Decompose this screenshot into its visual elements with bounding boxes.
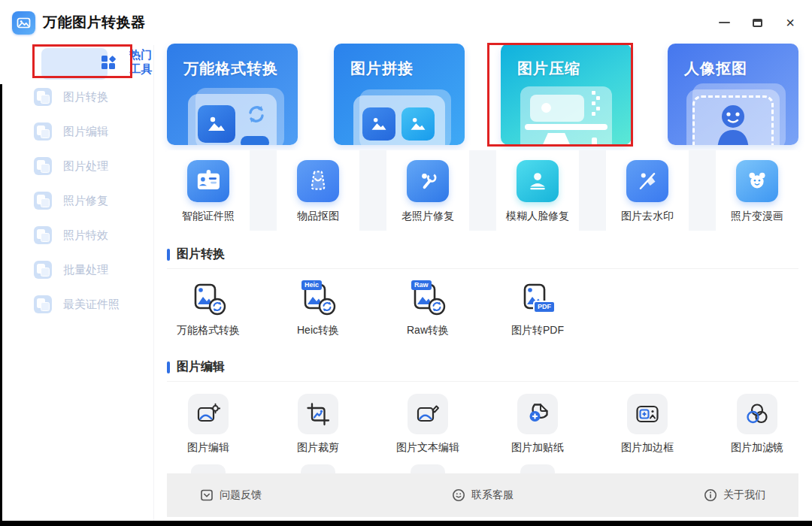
blurred-person-icon	[517, 160, 559, 202]
id-photo-icon	[34, 295, 52, 313]
format-convert-icon	[190, 281, 226, 317]
tool-label: 图片转PDF	[511, 324, 564, 337]
tool-universal-format-convert[interactable]: 万能格式转换	[167, 269, 250, 343]
about-us-button[interactable]: 关于我们	[704, 488, 765, 502]
image-convert-icon	[34, 88, 52, 106]
tool-object-cutout[interactable]: 物品抠图	[277, 150, 359, 231]
batch-process-icon	[34, 261, 52, 279]
tool-label: 图片编辑	[187, 441, 229, 455]
hot-tools-icon	[100, 53, 118, 71]
tool-label: 万能格式转换	[177, 324, 240, 337]
tool-label: 图片加滤镜	[731, 441, 783, 455]
banner-portrait-cutout[interactable]: 人像抠图	[668, 44, 798, 145]
tool-photo-to-cartoon[interactable]: 照片变漫画	[716, 150, 798, 231]
watermark-remove-icon	[626, 160, 668, 202]
sidebar-item-label: 照片特效	[63, 228, 108, 243]
tool-add-sticker[interactable]: 图片加贴纸	[496, 382, 579, 473]
footer-label: 关于我们	[723, 488, 765, 502]
sync-icon	[247, 104, 266, 124]
tool-label: 图片加边框	[621, 441, 674, 455]
customer-service-icon	[452, 488, 465, 502]
section-bar	[167, 361, 170, 373]
tool-remove-watermark[interactable]: 图片去水印	[606, 150, 689, 231]
sidebar-item-label: 批量处理	[63, 263, 108, 277]
footer-label: 问题反馈	[220, 488, 262, 502]
image-to-pdf-icon: PDF	[520, 281, 556, 317]
banner-image-compress[interactable]: 图片压缩	[501, 44, 632, 145]
wrench-icon	[407, 160, 449, 202]
banner-format-convert[interactable]: 万能格式转换	[167, 44, 298, 145]
filter-circles-icon	[737, 394, 777, 434]
sidebar-item-label: 热门工具	[129, 48, 153, 77]
tool-label: 老照片修复	[401, 210, 454, 223]
sidebar-item-process[interactable]: 图片处理	[0, 149, 153, 183]
close-button[interactable]: ×	[779, 11, 801, 34]
tool-blur-face-repair[interactable]: 模糊人脸修复	[496, 150, 579, 231]
tool-label: 图片去水印	[621, 210, 674, 223]
minimize-button[interactable]	[713, 11, 735, 34]
section-title: 图片转换	[177, 246, 225, 262]
tool-add-filter[interactable]: 图片加滤镜	[716, 382, 798, 473]
sidebar-item-batch[interactable]: 批量处理	[0, 252, 153, 287]
tool-heic-convert[interactable]: Heic Heic转换	[277, 269, 359, 343]
tool-smart-id-photo[interactable]: 智能证件照	[167, 150, 250, 231]
banner-label: 万能格式转换	[183, 59, 278, 79]
tool-label: 图片裁剪	[297, 441, 339, 455]
sidebar-item-effects[interactable]: 照片特效	[0, 218, 153, 252]
quick-tools-row: 智能证件照 物品抠图 老照片修复 模糊人脸修复 图片去水印 照片变漫画	[167, 150, 798, 231]
sidebar: 热门工具 图片转换 图片编辑 图片处理 照片修复 照片特效 批量处理 最美证件照	[0, 45, 154, 526]
clipped-tool-stub	[301, 464, 335, 473]
tool-raw-convert[interactable]: Raw Raw转换	[386, 269, 469, 343]
image-process-icon	[34, 157, 52, 175]
image-edit-icon	[34, 122, 52, 141]
footer-label: 联系客服	[471, 488, 514, 502]
raw-convert-icon: Raw	[410, 281, 446, 317]
clipped-tool-stub	[411, 464, 445, 473]
sidebar-item-repair[interactable]: 照片修复	[0, 183, 153, 218]
sidebar-item-id-photo[interactable]: 最美证件照	[0, 287, 153, 322]
screenshot-bottom-edge	[0, 521, 812, 526]
sidebar-item-label: 图片编辑	[63, 125, 108, 139]
tool-image-to-pdf[interactable]: PDF 图片转PDF	[496, 269, 579, 343]
window-controls: ×	[713, 0, 801, 45]
heic-convert-icon: Heic	[300, 281, 336, 317]
sidebar-item-label: 图片处理	[63, 159, 108, 174]
tool-add-border[interactable]: 图片加边框	[606, 382, 689, 473]
banner-label: 人像抠图	[684, 59, 747, 79]
tool-label: 智能证件照	[182, 210, 235, 223]
banner-image-stitch[interactable]: 图片拼接	[334, 44, 465, 145]
tool-label: 照片变漫画	[731, 210, 783, 223]
close-icon: ×	[786, 15, 795, 30]
section-header-edit: 图片编辑	[167, 359, 225, 375]
tool-image-text-edit[interactable]: 图片文本编辑	[386, 382, 469, 473]
clipped-tool-stub	[520, 464, 555, 473]
sidebar-item-hot-tools[interactable]: 热门工具	[0, 45, 153, 80]
feedback-icon	[200, 488, 214, 502]
tool-label: 图片加贴纸	[511, 441, 564, 455]
tool-label: Raw转换	[407, 324, 449, 337]
active-item-highlight	[41, 48, 108, 80]
screenshot-left-edge	[0, 84, 2, 526]
tool-image-crop[interactable]: 图片裁剪	[277, 382, 359, 473]
crop-icon	[298, 394, 338, 434]
app-title: 万能图片转换器	[43, 13, 146, 32]
feedback-button[interactable]: 问题反馈	[200, 488, 262, 502]
tool-label: Heic转换	[297, 324, 339, 337]
sidebar-item-edit[interactable]: 图片编辑	[0, 114, 153, 149]
photo-effects-icon	[34, 226, 52, 244]
tool-image-edit[interactable]: 图片编辑	[167, 382, 250, 473]
id-card-icon	[187, 160, 229, 202]
title-bar: 万能图片转换器 ×	[0, 0, 812, 45]
photo-repair-icon	[34, 192, 52, 210]
raw-badge: Raw	[411, 280, 432, 290]
text-edit-pencil-icon	[408, 394, 448, 434]
image-edit-gear-icon	[188, 394, 229, 434]
contact-support-button[interactable]: 联系客服	[452, 488, 514, 502]
banner-label: 图片拼接	[350, 59, 414, 79]
minimize-icon	[719, 22, 730, 23]
maximize-button[interactable]	[746, 11, 768, 34]
tool-old-photo-repair[interactable]: 老照片修复	[386, 150, 469, 231]
sidebar-item-convert[interactable]: 图片转换	[0, 80, 153, 114]
clipped-tool-stub	[191, 464, 226, 473]
bag-icon	[297, 160, 339, 202]
